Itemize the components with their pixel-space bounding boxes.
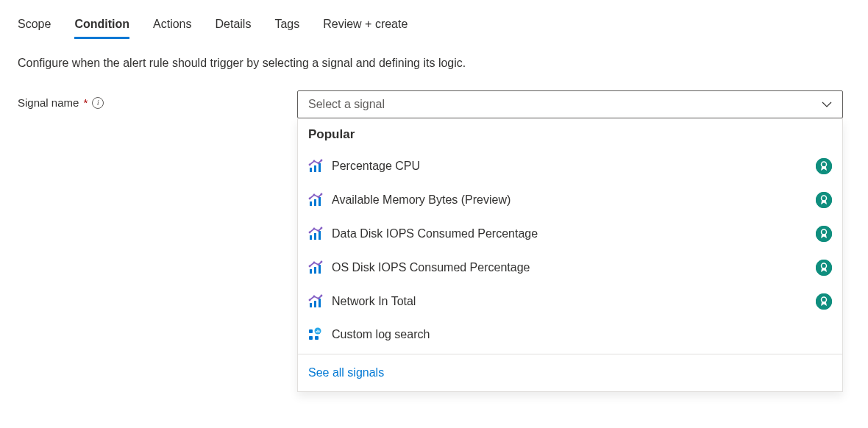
svg-point-22 bbox=[313, 228, 316, 230]
svg-rect-20 bbox=[319, 231, 321, 240]
recommended-badge-icon bbox=[816, 158, 832, 174]
svg-point-16 bbox=[816, 192, 832, 208]
metrics-icon bbox=[308, 159, 323, 174]
signal-option-label: OS Disk IOPS Consumed Percentage bbox=[332, 261, 807, 274]
svg-point-41 bbox=[318, 298, 320, 300]
svg-rect-46 bbox=[309, 336, 313, 340]
svg-rect-0 bbox=[310, 168, 312, 172]
dropdown-section-title: Popular bbox=[308, 127, 832, 142]
signal-option[interactable]: Network In Total bbox=[308, 285, 832, 318]
signal-option-label: Custom log search bbox=[332, 328, 832, 341]
svg-rect-19 bbox=[314, 233, 316, 240]
signal-name-label: Signal name * i bbox=[18, 90, 297, 109]
svg-point-7 bbox=[816, 158, 832, 174]
signal-option-label: Percentage CPU bbox=[332, 160, 807, 173]
metrics-icon bbox=[308, 193, 323, 207]
svg-point-40 bbox=[313, 296, 316, 298]
svg-rect-50 bbox=[317, 330, 318, 333]
signal-option[interactable]: Percentage CPU bbox=[308, 149, 832, 183]
signal-name-field-row: Signal name * i Select a signal Popular … bbox=[18, 90, 850, 392]
svg-rect-36 bbox=[310, 303, 312, 307]
metrics-icon bbox=[308, 260, 323, 275]
see-all-signals-link[interactable]: See all signals bbox=[308, 366, 384, 379]
svg-rect-37 bbox=[314, 301, 316, 307]
info-icon[interactable]: i bbox=[92, 97, 104, 109]
signal-option-label: Network In Total bbox=[332, 295, 807, 308]
svg-point-30 bbox=[309, 265, 311, 268]
signal-name-select[interactable]: Select a signal bbox=[297, 90, 843, 118]
recommended-badge-icon bbox=[816, 293, 832, 310]
svg-rect-28 bbox=[314, 267, 316, 274]
svg-point-32 bbox=[318, 264, 320, 266]
svg-rect-51 bbox=[319, 331, 319, 333]
select-placeholder: Select a signal bbox=[308, 98, 385, 111]
signal-name-input-col: Select a signal Popular Percentage CPUAv… bbox=[297, 90, 843, 392]
page-description: Configure when the alert rule should tri… bbox=[18, 57, 850, 70]
svg-point-42 bbox=[321, 295, 323, 297]
svg-point-4 bbox=[313, 160, 316, 163]
svg-rect-11 bbox=[319, 197, 321, 206]
svg-point-31 bbox=[313, 262, 316, 264]
svg-point-15 bbox=[321, 193, 323, 196]
signal-option-label: Available Memory Bytes (Preview) bbox=[332, 193, 807, 207]
svg-point-3 bbox=[309, 164, 311, 166]
dropdown-popular-section: Popular Percentage CPUAvailable Memory B… bbox=[298, 118, 842, 354]
svg-point-14 bbox=[318, 196, 320, 199]
signal-option[interactable]: OS Disk IOPS Consumed Percentage bbox=[308, 251, 832, 285]
svg-rect-10 bbox=[314, 199, 316, 206]
svg-rect-47 bbox=[315, 336, 319, 340]
tab-actions[interactable]: Actions bbox=[153, 12, 191, 38]
tab-tags[interactable]: Tags bbox=[274, 12, 299, 38]
field-label-text: Signal name bbox=[18, 96, 79, 109]
svg-rect-1 bbox=[314, 165, 316, 172]
dropdown-footer: See all signals bbox=[298, 354, 842, 391]
svg-point-43 bbox=[816, 293, 832, 310]
recommended-badge-icon bbox=[816, 260, 832, 276]
svg-point-33 bbox=[321, 261, 323, 263]
svg-rect-38 bbox=[319, 299, 321, 307]
svg-point-13 bbox=[313, 194, 316, 196]
log-search-icon bbox=[308, 327, 323, 342]
svg-point-12 bbox=[309, 198, 311, 200]
required-asterisk: * bbox=[83, 96, 88, 109]
svg-rect-18 bbox=[310, 235, 312, 240]
svg-point-25 bbox=[816, 226, 832, 242]
metrics-icon bbox=[308, 294, 323, 309]
svg-rect-49 bbox=[316, 331, 317, 332]
tab-review-create[interactable]: Review + create bbox=[323, 12, 408, 38]
signal-option[interactable]: Available Memory Bytes (Preview) bbox=[308, 183, 832, 217]
chevron-down-icon bbox=[822, 99, 832, 110]
tab-scope[interactable]: Scope bbox=[18, 12, 51, 38]
svg-point-39 bbox=[309, 299, 311, 302]
svg-rect-29 bbox=[319, 265, 321, 274]
svg-rect-9 bbox=[310, 201, 312, 206]
signal-dropdown: Popular Percentage CPUAvailable Memory B… bbox=[297, 118, 843, 392]
signal-option[interactable]: Data Disk IOPS Consumed Percentage bbox=[308, 217, 832, 251]
metrics-icon bbox=[308, 227, 323, 241]
svg-point-5 bbox=[318, 163, 320, 165]
svg-point-6 bbox=[321, 160, 323, 162]
svg-point-24 bbox=[321, 227, 323, 229]
signal-option-label: Data Disk IOPS Consumed Percentage bbox=[332, 227, 807, 240]
recommended-badge-icon bbox=[816, 226, 832, 242]
svg-rect-45 bbox=[309, 329, 313, 333]
svg-rect-2 bbox=[319, 163, 321, 172]
svg-point-23 bbox=[318, 230, 320, 232]
svg-rect-27 bbox=[310, 269, 312, 274]
tabs-row: ScopeConditionActionsDetailsTagsReview +… bbox=[18, 12, 850, 39]
svg-point-21 bbox=[309, 232, 311, 234]
tab-condition[interactable]: Condition bbox=[74, 12, 129, 38]
recommended-badge-icon bbox=[816, 192, 832, 208]
svg-point-34 bbox=[816, 260, 832, 276]
signal-option[interactable]: Custom log search bbox=[308, 318, 832, 351]
tab-details[interactable]: Details bbox=[215, 12, 251, 38]
